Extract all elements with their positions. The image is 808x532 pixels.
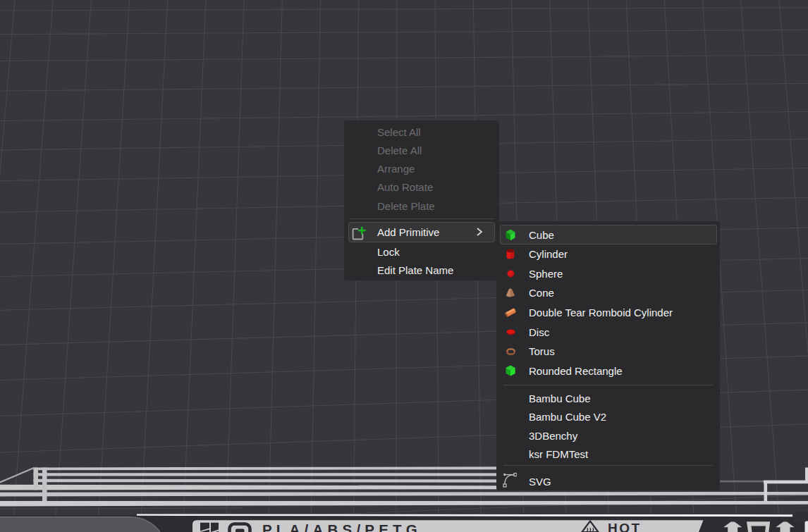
svg-text:PLA/ABS/PETG: PLA/ABS/PETG: [262, 521, 422, 532]
svg-text:HOT: HOT: [608, 521, 642, 532]
